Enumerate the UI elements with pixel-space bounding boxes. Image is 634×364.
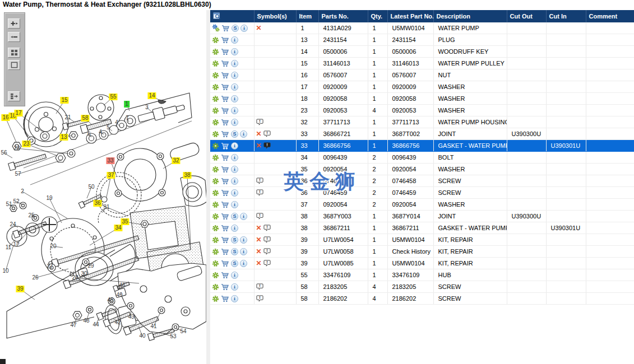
diagram-label-25[interactable]: 25 (27, 212, 35, 219)
diagram-label-19[interactable]: 19 (45, 195, 53, 202)
diagram-label-24[interactable]: 24 (8, 221, 17, 228)
diagram-label-57[interactable]: 57 (13, 171, 22, 178)
s-badge-icon[interactable]: S (231, 260, 238, 267)
add-to-cart-icon[interactable] (221, 107, 229, 114)
diagram-label-6[interactable]: 6 (86, 131, 92, 138)
gear-icon[interactable] (212, 248, 219, 255)
parts-table-row[interactable]: Si!383687Y00313687Y014JOINTU390300U (210, 211, 634, 222)
column-header-parts-no-[interactable]: Parts No. (318, 10, 368, 22)
diagram-label-30[interactable]: 30 (80, 270, 88, 277)
diagram-label-26[interactable]: 26 (31, 274, 39, 281)
gear-icon[interactable] (212, 60, 219, 67)
column-header-latest-part-no-[interactable]: Latest Part No. (387, 10, 433, 22)
add-to-cart-icon[interactable] (221, 95, 229, 102)
gear-icon[interactable] (212, 260, 219, 267)
add-to-cart-icon[interactable] (221, 60, 229, 67)
parts-table-row[interactable]: i5533476109133476109HUB (210, 269, 634, 281)
parts-table-row[interactable]: i14050000610500006WOODRUFF KEY (210, 46, 634, 58)
gear-icon[interactable] (212, 72, 219, 79)
parts-table-row[interactable]: i1531146013131146013WATER PUMP PULLEY (210, 58, 634, 69)
info-icon[interactable]: i (231, 107, 238, 114)
diagram-label-48[interactable]: 48 (82, 318, 90, 324)
parts-table-row[interactable]: i!36074645920746459SCREW (210, 187, 634, 199)
parts-table-row[interactable]: i!58218320542183205SCREW (210, 281, 634, 293)
parts-table-row[interactable]: Si✕!39U7LW00541U5MW0104KIT, REPAIR (210, 234, 634, 246)
column-header-description[interactable]: Description (433, 10, 507, 22)
add-to-cart-icon[interactable] (221, 48, 229, 55)
column-header-qty-[interactable]: Qty. (368, 10, 387, 22)
parts-table-row[interactable]: Si✕14131A0291U5MW0104WATER PUMP (210, 22, 634, 34)
info-icon[interactable]: i (231, 225, 238, 232)
fit-page-button[interactable] (8, 60, 20, 70)
s-badge-icon[interactable]: S (231, 213, 238, 220)
gear-icon[interactable] (212, 272, 219, 279)
info-icon[interactable]: i (240, 213, 247, 220)
gear-icon[interactable] (212, 201, 219, 208)
diagram-label-27[interactable]: 27 (45, 263, 54, 270)
info-icon[interactable]: i (231, 189, 238, 197)
diagram-label-36[interactable]: 36 (93, 200, 101, 207)
diagram-label-56[interactable]: 56 (0, 150, 8, 156)
info-icon[interactable]: i (240, 130, 247, 138)
diagram-label-54[interactable]: 54 (179, 328, 187, 335)
parts-table-row[interactable]: i37092005420920054WASHER (210, 199, 634, 211)
gear-icon[interactable] (212, 142, 219, 150)
parts-table-row[interactable]: i!36074645820746458SCREW (210, 175, 634, 187)
collapse-panel-button[interactable] (8, 91, 20, 101)
column-header-item[interactable]: Item (296, 10, 318, 22)
info-icon[interactable]: i (231, 142, 238, 150)
parts-table-row[interactable]: i13243115412431154PLUG (210, 34, 634, 46)
diagram-label-14[interactable]: 14 (147, 92, 156, 99)
gear-icon[interactable] (212, 107, 219, 114)
diagram-label-32[interactable]: 32 (172, 157, 180, 164)
add-to-cart-icon[interactable] (221, 130, 229, 138)
diagram-label-47[interactable]: 47 (69, 322, 77, 329)
gear-icon[interactable] (212, 83, 219, 91)
parts-table-row[interactable]: Si✕!39U7LW00581Check HistoryKIT, REPAIR (210, 246, 634, 258)
gear-icon[interactable] (212, 166, 219, 173)
gear-icon[interactable] (212, 119, 219, 126)
add-to-cart-icon[interactable] (221, 25, 230, 32)
add-to-cart-icon[interactable] (221, 142, 229, 150)
diagram-label-11[interactable]: 11 (4, 244, 12, 251)
diagram-label-5[interactable]: 5 (105, 124, 111, 131)
parts-table-row[interactable]: i✕!3836867211136867211GASKET - WATER PUM… (210, 222, 634, 234)
info-icon[interactable]: i (231, 119, 238, 126)
diagram-label-31[interactable]: 31 (102, 204, 110, 211)
add-to-cart-icon[interactable] (221, 189, 229, 197)
info-icon[interactable]: i (231, 178, 238, 185)
add-to-cart-icon[interactable] (221, 213, 229, 220)
diagram-label-4[interactable]: 4 (114, 119, 119, 126)
diagram-label-52[interactable]: 52 (12, 198, 20, 205)
add-to-cart-icon[interactable] (221, 260, 229, 267)
gear-icon[interactable] (212, 295, 219, 302)
gear-icon[interactable] (212, 213, 219, 220)
add-to-cart-icon[interactable] (221, 272, 229, 279)
diagram-label-38[interactable]: 38 (183, 172, 191, 179)
gear-pair-icon[interactable] (212, 24, 220, 32)
add-to-cart-icon[interactable] (221, 283, 229, 291)
gear-icon[interactable] (212, 48, 219, 55)
info-icon[interactable]: i (231, 283, 238, 291)
parts-table-row[interactable]: Si✕!333686672113687T002JOINTU390300U (210, 128, 634, 140)
diagram-label-42[interactable]: 42 (113, 319, 122, 326)
info-icon[interactable]: i (231, 60, 238, 67)
diagram-label-10[interactable]: 10 (1, 268, 10, 274)
info-icon[interactable]: i (240, 260, 247, 267)
add-to-cart-icon[interactable] (221, 166, 229, 173)
add-to-cart-icon[interactable] (221, 36, 229, 44)
info-icon[interactable]: i (231, 48, 238, 55)
column-header-symbol-s-[interactable]: Symbol(s) (254, 10, 296, 22)
diagram-label-2[interactable]: 2 (20, 188, 25, 195)
diagram-label-13[interactable]: 13 (59, 134, 68, 141)
diagram-label-55[interactable]: 55 (109, 94, 117, 100)
info-icon[interactable]: i (240, 248, 247, 255)
tile-view-button[interactable] (8, 48, 20, 58)
diagram-label-50[interactable]: 50 (87, 184, 95, 190)
diagram-label-45[interactable]: 45 (106, 297, 114, 304)
parts-table-row[interactable]: i✕!3336866756136866756GASKET - WATER PUM… (210, 140, 634, 152)
add-to-cart-icon[interactable] (221, 178, 229, 185)
s-badge-icon[interactable]: S (232, 25, 239, 32)
gear-icon[interactable] (212, 189, 219, 197)
diagram-label-22[interactable]: 22 (12, 145, 21, 152)
